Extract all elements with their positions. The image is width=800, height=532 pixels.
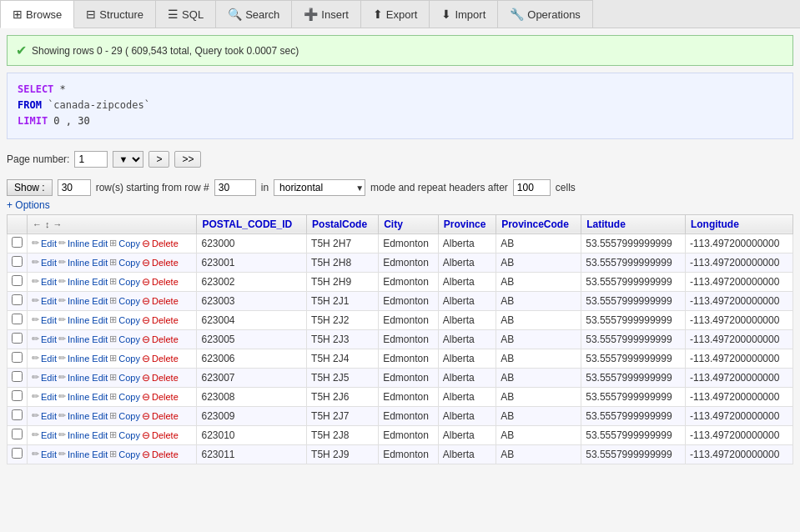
th-postal-code-id[interactable]: POSTAL_CODE_ID [197, 214, 307, 233]
cell-province: Alberta [438, 368, 496, 387]
delete-button[interactable]: Delete [152, 334, 179, 344]
next-page-button[interactable]: > [148, 151, 169, 168]
copy-button[interactable]: Copy [118, 430, 140, 440]
delete-button[interactable]: Delete [152, 373, 179, 383]
row-checkbox[interactable] [12, 409, 23, 420]
th-latitude[interactable]: Latitude [581, 214, 686, 233]
inline-edit-button[interactable]: Inline Edit [68, 411, 108, 421]
page-dropdown[interactable]: ▼ [113, 151, 143, 168]
row-checkbox[interactable] [12, 256, 23, 267]
edit-button[interactable]: Edit [41, 334, 57, 344]
copy-button[interactable]: Copy [118, 238, 140, 248]
edit-button[interactable]: Edit [41, 315, 57, 325]
copy-icon: ⊞ [109, 410, 117, 421]
row-checkbox[interactable] [12, 429, 23, 439]
inline-edit-button[interactable]: Inline Edit [68, 315, 108, 325]
tab-insert[interactable]: ➕Insert [292, 0, 361, 28]
delete-button[interactable]: Delete [152, 392, 179, 402]
page-number-input[interactable] [74, 151, 108, 168]
tab-structure[interactable]: ⊟Structure [74, 0, 156, 28]
th-postal-code[interactable]: PostalCode [307, 214, 379, 233]
tab-operations[interactable]: 🔧Operations [498, 0, 593, 28]
delete-button[interactable]: Delete [152, 296, 179, 306]
table-row: ✏ Edit ✏ Inline Edit ⊞ Copy ⊖ Delete 623… [8, 253, 793, 272]
row-checkbox[interactable] [12, 314, 23, 324]
tab-export[interactable]: ⬆Export [361, 0, 430, 28]
th-longitude[interactable]: Longitude [685, 214, 792, 233]
headers-repeat-input[interactable] [513, 179, 551, 196]
row-checkbox[interactable] [12, 352, 23, 363]
inline-edit-button[interactable]: Inline Edit [68, 354, 108, 364]
delete-button[interactable]: Delete [152, 277, 179, 287]
table-row: ✏ Edit ✏ Inline Edit ⊞ Copy ⊖ Delete 623… [8, 329, 793, 349]
delete-button[interactable]: Delete [152, 258, 179, 268]
edit-button[interactable]: Edit [41, 238, 57, 248]
row-checkbox[interactable] [12, 371, 23, 382]
th-province-code[interactable]: ProvinceCode [496, 214, 581, 233]
edit-button[interactable]: Edit [41, 277, 57, 287]
copy-button[interactable]: Copy [118, 392, 140, 402]
copy-button[interactable]: Copy [118, 315, 140, 325]
delete-button[interactable]: Delete [152, 449, 179, 459]
start-row-input[interactable] [214, 179, 256, 196]
inline-edit-button[interactable]: Inline Edit [68, 430, 108, 440]
delete-button[interactable]: Delete [152, 411, 179, 421]
tab-browse[interactable]: ⊞Browse [0, 0, 74, 28]
inline-edit-pencil-icon: ✏ [58, 238, 66, 248]
tab-search[interactable]: 🔍Search [216, 0, 292, 28]
edit-button[interactable]: Edit [41, 373, 57, 383]
row-checkbox[interactable] [12, 294, 23, 305]
inline-edit-button[interactable]: Inline Edit [68, 258, 108, 268]
edit-button[interactable]: Edit [41, 296, 57, 306]
copy-button[interactable]: Copy [118, 258, 140, 268]
edit-button[interactable]: Edit [41, 392, 57, 402]
cell-city: Edmonton [379, 349, 439, 368]
delete-button[interactable]: Delete [152, 238, 179, 248]
edit-button[interactable]: Edit [41, 411, 57, 421]
th-province[interactable]: Province [438, 214, 496, 233]
table-row: ✏ Edit ✏ Inline Edit ⊞ Copy ⊖ Delete 623… [8, 233, 793, 253]
row-checkbox[interactable] [12, 275, 23, 286]
mode-select[interactable]: horizontal vertical horizontalflipped [274, 179, 365, 196]
cell-province: Alberta [438, 291, 496, 310]
delete-circle-icon: ⊖ [142, 410, 150, 422]
delete-button[interactable]: Delete [152, 354, 179, 364]
row-checkbox[interactable] [12, 237, 23, 248]
inline-edit-button[interactable]: Inline Edit [68, 392, 108, 402]
tab-import[interactable]: ⬇Import [430, 0, 498, 28]
inline-edit-button[interactable]: Inline Edit [68, 238, 108, 248]
inline-edit-button[interactable]: Inline Edit [68, 373, 108, 383]
cell-longitude: -113.497200000000 [685, 233, 792, 253]
th-city[interactable]: City [379, 214, 439, 233]
inline-edit-button[interactable]: Inline Edit [68, 334, 108, 344]
options-link[interactable]: + Options [7, 199, 793, 211]
show-button[interactable]: Show : [7, 179, 53, 196]
row-checkbox[interactable] [12, 333, 23, 344]
edit-button[interactable]: Edit [41, 430, 57, 440]
delete-button[interactable]: Delete [152, 430, 179, 440]
row-checkbox[interactable] [12, 390, 23, 401]
edit-pencil-icon: ✏ [32, 372, 39, 383]
copy-button[interactable]: Copy [118, 411, 140, 421]
cell-province: Alberta [438, 349, 496, 368]
copy-button[interactable]: Copy [118, 296, 140, 306]
last-page-button[interactable]: >> [174, 151, 201, 168]
delete-button[interactable]: Delete [152, 315, 179, 325]
copy-button[interactable]: Copy [118, 354, 140, 364]
inline-edit-button[interactable]: Inline Edit [68, 277, 108, 287]
copy-button[interactable]: Copy [118, 277, 140, 287]
cell-latitude: 53.5557999999999 [581, 253, 686, 272]
edit-button[interactable]: Edit [41, 258, 57, 268]
data-table: ← ↕ → POSTAL_CODE_ID PostalCode City Pro… [7, 214, 793, 464]
copy-button[interactable]: Copy [118, 334, 140, 344]
edit-button[interactable]: Edit [41, 354, 57, 364]
edit-pencil-icon: ✏ [32, 410, 39, 421]
tab-sql[interactable]: ☰SQL [156, 0, 216, 28]
edit-button[interactable]: Edit [41, 449, 57, 459]
row-checkbox[interactable] [12, 448, 23, 459]
rows-per-page-input[interactable] [58, 179, 91, 196]
copy-button[interactable]: Copy [118, 449, 140, 459]
inline-edit-button[interactable]: Inline Edit [68, 449, 108, 459]
copy-button[interactable]: Copy [118, 373, 140, 383]
inline-edit-button[interactable]: Inline Edit [68, 296, 108, 306]
